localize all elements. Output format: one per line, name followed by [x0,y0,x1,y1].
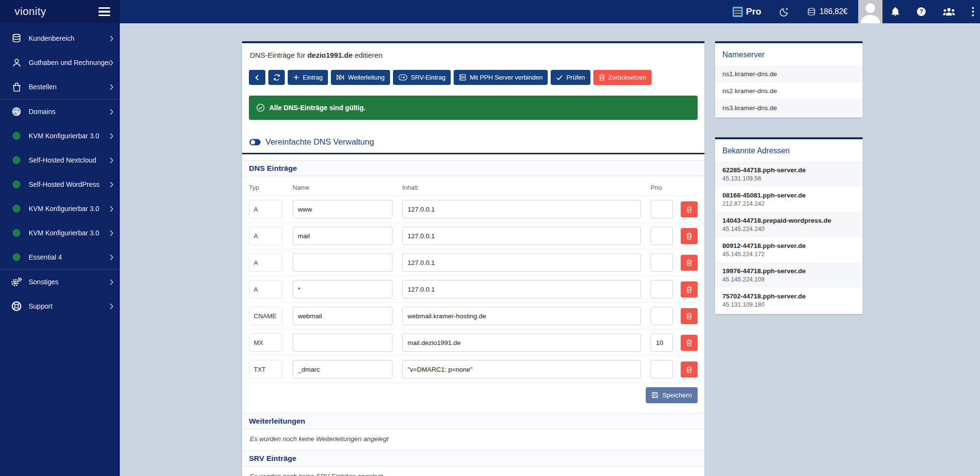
delete-entry-button[interactable] [681,255,698,271]
known-address-item: 80912-44718.pph-server.de 45.145.224.172 [715,237,863,263]
record-name-input[interactable] [293,227,392,245]
help-button[interactable]: ? [916,7,926,16]
record-content-input[interactable] [402,333,641,352]
delete-entry-button[interactable] [681,361,698,378]
record-prio-input[interactable] [651,253,673,272]
user-icon [11,57,22,68]
dns-record-row: A [249,249,698,276]
trash-icon [686,206,692,213]
known-addresses-panel: Bekannte Adressen 62285-44718.pph-server… [715,137,863,314]
sidebar-item[interactable]: Guthaben und Rechnungen [0,50,120,75]
pro-plan-badge[interactable]: Pro [732,6,761,17]
notifications-button[interactable] [891,7,900,16]
life-ring-icon [11,300,22,312]
known-address-item: 19976-44718.pph-server.de 45.145.224.109 [715,263,863,288]
connect-pph-server-button[interactable]: Mit PPH Server verbinden [454,70,548,85]
chevron-right-icon [110,230,114,236]
kebab-menu-icon [972,7,974,16]
delete-entry-button[interactable] [681,335,698,351]
account-balance[interactable]: 186,82€ [807,7,848,16]
record-type: TXT [249,360,283,378]
more-options-button[interactable] [972,7,974,16]
record-type: A [249,200,283,218]
record-content-input[interactable] [402,200,641,218]
simplified-dns-label: Vereinfachte DNS Verwaltung [265,137,374,147]
check-circle-icon [256,103,265,112]
sidebar-item[interactable]: Kundenbereich [0,26,120,50]
record-name-input[interactable] [293,333,392,352]
record-content-input[interactable] [402,307,641,325]
record-prio-input[interactable] [651,307,673,325]
brand-logo: vionity [15,5,46,18]
nameserver-list: ns1.kramer-dns.de ns2.kramer-dns.de ns3.… [715,66,863,116]
delete-entry-button[interactable] [681,228,698,244]
record-content-input[interactable] [402,227,641,245]
sidebar-item[interactable]: Support [0,294,120,318]
dns-record-row: CNAME [249,302,698,329]
nameserver-item: ns1.kramer-dns.de [715,66,863,82]
sidebar-item[interactable]: Bestellen [0,75,120,99]
hamburger-menu-icon[interactable] [98,7,110,16]
domain-name: dezio1991.de [307,51,352,59]
record-prio-input[interactable] [651,200,673,218]
server-plan-icon [732,6,743,17]
trash-icon [686,339,692,346]
success-alert: Alle DNS-Einträge sind gültig. [249,96,698,120]
dns-editor-card: DNS-Einträge für dezio1991.de editieren … [242,41,704,476]
sidebar-item-label: KVM Konfigurierbar 3.0 [29,229,110,237]
sidebar-item[interactable]: KVM Konfigurierbar 3.0 [0,221,120,245]
sidebar-item[interactable]: Domains [0,99,120,124]
record-content-input[interactable] [402,280,641,298]
column-header-type: Typ [249,184,283,191]
record-name-input[interactable] [293,253,392,272]
sidebar-item-label: Bestellen [29,83,110,91]
save-button[interactable]: Speichern [646,387,698,403]
delete-entry-button[interactable] [681,201,698,217]
dark-mode-toggle[interactable] [780,7,789,16]
simplified-dns-toggle[interactable]: Vereinfachte DNS Verwaltung [249,137,374,147]
address-hostname: 14043-44718.prepaid-wordpress.de [722,217,855,224]
record-type: CNAME [249,307,283,325]
column-header-content: Inhalt [402,184,641,191]
record-prio-input[interactable] [651,333,673,352]
record-prio-input[interactable] [651,227,673,245]
users-button[interactable] [943,7,955,16]
record-name-input[interactable] [293,200,392,218]
trash-icon [686,232,692,240]
check-dns-button[interactable]: Prüfen [551,70,590,85]
column-header-prio: Prio [651,184,673,191]
address-hostname: 62285-44718.pph-server.de [722,166,855,174]
record-name-input[interactable] [293,307,392,325]
record-name-input[interactable] [293,360,392,378]
nameserver-item: ns3.kramer-dns.de [715,99,863,116]
sidebar-item[interactable]: KVM Konfigurierbar 3.0 [0,124,120,148]
add-entry-button[interactable]: Eintrag [288,70,328,85]
refresh-icon [273,74,280,81]
people-group-icon [943,7,955,16]
forwarding-button[interactable]: Weiterleitung [331,70,390,85]
record-name-input[interactable] [293,280,392,298]
chevron-right-icon [110,84,114,90]
sidebar-item[interactable]: Self-Hosted WordPress [0,172,120,197]
delete-entry-button[interactable] [681,308,698,324]
srv-empty-note: Es wurden noch keine SRV-Einträge angele… [249,466,698,476]
sidebar-item[interactable]: Sonstiges [0,270,120,294]
sidebar-item[interactable]: Self-Hosted Nextcloud [0,148,120,172]
refresh-button[interactable] [268,70,285,85]
record-prio-input[interactable] [651,280,673,298]
record-content-input[interactable] [402,360,641,378]
srv-entry-button[interactable]: SRV-Eintrag [393,70,451,85]
title-prefix: DNS-Einträge für [250,51,307,59]
record-content-input[interactable] [402,253,641,272]
address-hostname: 75702-44718.pph-server.de [722,293,855,300]
address-ip: 45.145.224.240 [722,226,855,232]
pro-plan-label: Pro [746,6,761,17]
record-prio-input[interactable] [651,360,673,378]
sidebar-item[interactable]: KVM Konfigurierbar 3.0 [0,197,120,221]
user-avatar[interactable] [858,0,882,23]
sidebar-item[interactable]: Essential 4 [0,245,120,269]
reset-dns-button[interactable]: Zurücksetzen [593,70,652,85]
delete-entry-button[interactable] [681,281,698,297]
coins-icon [807,7,816,16]
back-button[interactable] [249,70,265,85]
